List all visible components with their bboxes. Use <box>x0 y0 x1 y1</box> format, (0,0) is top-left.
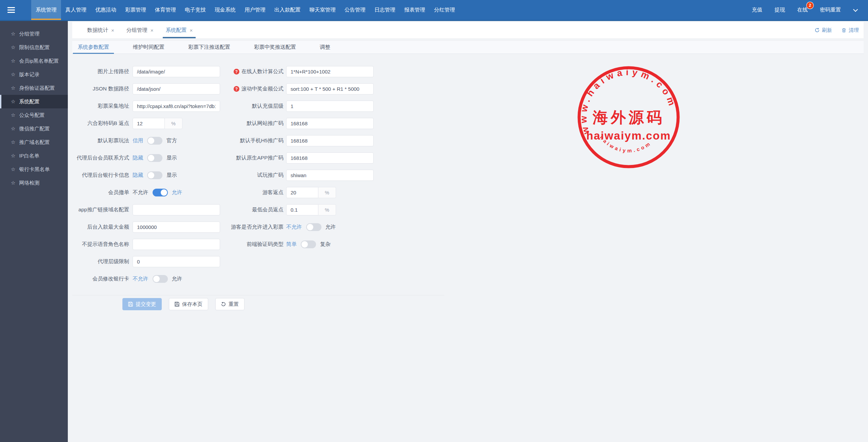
toggle-switch[interactable] <box>306 223 321 231</box>
star-icon: ☆ <box>11 71 15 78</box>
recharge-link[interactable]: 充值 <box>752 6 762 14</box>
sidebar-item[interactable]: ☆系统配置 <box>0 95 68 108</box>
field-label-text: 默认原生APP推广码 <box>236 154 283 162</box>
subtab[interactable]: 维护时间配置 <box>133 41 164 54</box>
navbar-menu-item[interactable]: 彩票管理 <box>121 0 151 20</box>
text-input[interactable] <box>133 256 220 267</box>
open-tab[interactable]: 分组管理× <box>125 22 155 38</box>
form-row: 默认彩票玩法信用官方 <box>76 135 232 146</box>
navbar-menu-item[interactable]: 电子竞技 <box>180 0 210 20</box>
number-input[interactable] <box>286 187 318 198</box>
navbar-menu-item[interactable]: 真人管理 <box>61 0 91 20</box>
number-input[interactable] <box>133 118 165 129</box>
toggle-switch[interactable] <box>153 189 168 196</box>
form-row: 代理后台会员联系方式隐藏显示 <box>76 152 232 164</box>
field-label-text: 游客返点 <box>262 189 283 196</box>
navbar-menu-item[interactable]: 聊天室管理 <box>305 0 340 20</box>
toggle-switch[interactable] <box>147 137 162 145</box>
tab-label: 系统配置 <box>166 27 187 34</box>
tab-actions: 刷新 清理 <box>815 22 859 38</box>
sidebar-item-label: 版本记录 <box>19 71 39 78</box>
subtabs-strip: 系统参数配置维护时间配置彩票下注推送配置彩票中奖推送配置调整 <box>72 41 864 54</box>
sidebar-item[interactable]: ☆银行卡黑名单 <box>0 163 68 176</box>
text-input[interactable] <box>286 170 374 181</box>
open-tab[interactable]: 数据统计× <box>86 22 115 38</box>
sidebar-item[interactable]: ☆网络检测 <box>0 176 68 190</box>
text-input[interactable] <box>286 152 374 164</box>
form-row: 游客是否允许进入彩票不允许允许 <box>233 222 379 233</box>
tab-close-icon[interactable]: × <box>111 27 114 33</box>
sidebar-item[interactable]: ☆限制信息配置 <box>0 41 68 54</box>
text-input[interactable] <box>286 101 374 112</box>
form-row: 代理层级限制 <box>76 256 232 267</box>
subtab[interactable]: 彩票下注推送配置 <box>188 41 230 54</box>
form-row: 图片上传路径 <box>76 66 232 77</box>
navbar-menu-item[interactable]: 公告管理 <box>340 0 370 20</box>
star-icon: ☆ <box>11 99 15 105</box>
text-input[interactable] <box>133 239 220 250</box>
sidebar-item-label: 银行卡黑名单 <box>19 166 50 173</box>
navbar-menu-item[interactable]: 日志管理 <box>370 0 400 20</box>
navbar-menu-item[interactable]: 优惠活动 <box>91 0 121 20</box>
button-label: 提交变更 <box>136 301 156 308</box>
save-page-button[interactable]: 保存本页 <box>169 298 208 310</box>
submit-changes-button[interactable]: 提交变更 <box>122 298 162 310</box>
online-link[interactable]: 在线 2 <box>797 6 808 14</box>
reset-button[interactable]: 重置 <box>215 298 244 310</box>
text-input[interactable] <box>133 204 220 215</box>
toggle-switch[interactable] <box>153 275 168 283</box>
open-tab[interactable]: 系统配置× <box>165 22 194 38</box>
toggle-switch[interactable] <box>147 154 162 162</box>
help-icon[interactable]: ? <box>234 69 239 75</box>
navbar-menu-item[interactable]: 用户管理 <box>240 0 270 20</box>
sidebar-item[interactable]: ☆身份验证器配置 <box>0 81 68 95</box>
hamburger-menu-icon[interactable] <box>0 0 20 20</box>
subtab[interactable]: 彩票中奖推送配置 <box>254 41 296 54</box>
tab-close-icon[interactable]: × <box>151 27 154 33</box>
field-label: 不提示语音角色名称 <box>76 241 129 248</box>
text-input[interactable] <box>133 83 220 94</box>
subtab[interactable]: 调整 <box>320 41 330 54</box>
navbar-menu-item[interactable]: 报表管理 <box>400 0 430 20</box>
text-input[interactable] <box>286 66 374 77</box>
number-input[interactable] <box>286 204 318 215</box>
text-input[interactable] <box>133 222 220 233</box>
navbar-menu-item[interactable]: 体育管理 <box>151 0 180 20</box>
open-tabs-strip: 数据统计×分组管理×系统配置× 刷新 清理 <box>72 22 864 38</box>
help-icon[interactable]: ? <box>234 86 239 92</box>
sidebar-item[interactable]: ☆公众号配置 <box>0 108 68 122</box>
field-label: 图片上传路径 <box>76 68 129 75</box>
form-row: app推广链接域名配置 <box>76 204 232 215</box>
navbar-menu-item[interactable]: 出入款配置 <box>270 0 305 20</box>
text-input[interactable] <box>286 135 374 146</box>
field-label: 彩票采集地址 <box>76 103 129 110</box>
toggle-switch[interactable] <box>147 171 162 179</box>
toggle-on-label: 允许 <box>326 224 336 231</box>
withdraw-link[interactable]: 提现 <box>774 6 785 14</box>
sidebar-item[interactable]: ☆推广域名配置 <box>0 135 68 149</box>
password-reset-link[interactable]: 密码重置 <box>820 6 841 14</box>
clean-action[interactable]: 清理 <box>842 27 859 34</box>
refresh-action[interactable]: 刷新 <box>815 27 832 34</box>
subtab[interactable]: 系统参数配置 <box>78 41 109 54</box>
tab-close-icon[interactable]: × <box>190 27 193 33</box>
toggle-off-label: 不允许 <box>286 224 302 231</box>
sidebar-item[interactable]: ☆IP白名单 <box>0 149 68 163</box>
text-input[interactable] <box>286 118 374 129</box>
toggle-on-label: 显示 <box>166 172 177 179</box>
field-label-text: 会员撤单 <box>108 189 129 196</box>
text-input[interactable] <box>133 66 220 77</box>
sidebar-item[interactable]: ☆微信推广配置 <box>0 122 68 135</box>
navbar-menu-item[interactable]: 现金系统 <box>210 0 240 20</box>
sidebar-item[interactable]: ☆会员ip黑名单配置 <box>0 54 68 68</box>
toggle-switch[interactable] <box>301 240 316 248</box>
sidebar-item[interactable]: ☆版本记录 <box>0 68 68 81</box>
text-input[interactable] <box>286 83 374 94</box>
text-input[interactable] <box>133 101 220 112</box>
star-icon: ☆ <box>11 126 15 132</box>
navbar-menu-item[interactable]: 系统管理 <box>31 0 61 20</box>
navbar-menu-item[interactable]: 分红管理 <box>430 0 459 20</box>
chevron-down-icon[interactable] <box>853 7 858 12</box>
sidebar-item[interactable]: ☆分组管理 <box>0 27 68 41</box>
percent-input-group: % <box>286 204 336 215</box>
